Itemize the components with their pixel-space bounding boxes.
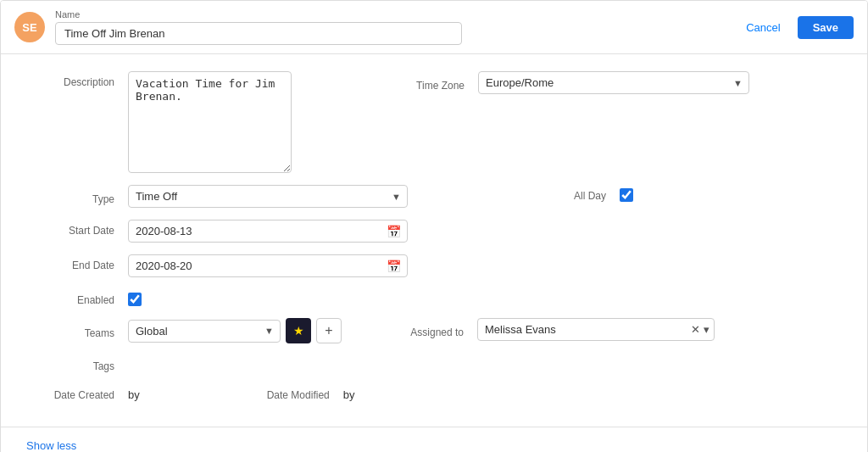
teams-select[interactable]: Global Marketing Engineering Sales: [128, 320, 281, 343]
name-label: Name: [55, 9, 727, 20]
startdate-row: Start Date 📅: [26, 220, 842, 243]
date-created-by: by: [128, 385, 140, 401]
teams-select-wrapper: Global Marketing Engineering Sales ▼: [128, 320, 281, 343]
divider: [1, 427, 867, 427]
timezone-label: Time Zone: [376, 75, 478, 92]
cancel-button[interactable]: Cancel: [737, 16, 788, 39]
startdate-wrapper: 📅: [128, 220, 408, 243]
plus-icon: +: [325, 323, 332, 338]
description-input[interactable]: Vacation Time for Jim <span class="under…: [128, 71, 292, 173]
assigned-dropdown-icon[interactable]: ▾: [704, 323, 709, 336]
tags-row: Tags: [26, 355, 842, 372]
type-select-wrapper: Time Off Sick Leave Holiday Other ▼: [128, 185, 408, 208]
name-section: Name: [55, 9, 727, 45]
enabled-label: Enabled: [26, 289, 128, 306]
form-body: Description Vacation Time for Jim <span …: [1, 54, 867, 421]
show-less-link[interactable]: Show less: [1, 432, 102, 452]
startdate-label: Start Date: [26, 220, 128, 237]
allday-checkbox-wrapper: [620, 185, 633, 202]
startdate-input[interactable]: [128, 220, 408, 243]
teams-plus-button[interactable]: +: [316, 318, 342, 343]
star-icon: ★: [293, 324, 304, 338]
date-created-label: Date Created: [26, 384, 128, 401]
timezone-select[interactable]: Europe/Rome UTC America/New_York America…: [478, 71, 749, 94]
description-label: Description: [26, 71, 128, 88]
teams-section: Teams Global Marketing Engineering Sales…: [26, 318, 342, 343]
teams-controls: Global Marketing Engineering Sales ▼ ★ +: [128, 318, 342, 343]
allday-label: All Day: [518, 185, 620, 202]
assigned-wrapper: ✕ ▾: [477, 318, 715, 341]
header-actions: Cancel Save: [737, 16, 854, 39]
enabled-checkbox[interactable]: [128, 293, 142, 306]
enddate-label: End Date: [26, 254, 128, 271]
assigned-label: Assigned to: [376, 321, 477, 338]
date-created-section: Date Created by: [26, 384, 140, 401]
allday-checkbox[interactable]: [620, 188, 633, 202]
date-modified-by: by: [343, 385, 355, 401]
assigned-icons: ✕ ▾: [691, 323, 709, 336]
teams-label: Teams: [26, 322, 128, 339]
teams-assigned-row: Teams Global Marketing Engineering Sales…: [26, 318, 842, 343]
date-modified-section: Date Modified by: [140, 384, 355, 401]
enddate-input[interactable]: [128, 254, 408, 277]
type-section: Type Time Off Sick Leave Holiday Other ▼: [26, 185, 408, 208]
timezone-select-wrapper: Europe/Rome UTC America/New_York America…: [478, 71, 749, 94]
timezone-section: Time Zone Europe/Rome UTC America/New_Yo…: [326, 71, 749, 94]
dates-row: Date Created by Date Modified by: [26, 384, 842, 401]
assigned-input[interactable]: [477, 318, 715, 341]
type-allday-row: Type Time Off Sick Leave Holiday Other ▼…: [26, 185, 842, 208]
type-label: Type: [26, 188, 128, 205]
avatar: SE: [14, 12, 45, 42]
save-button[interactable]: Save: [798, 16, 854, 39]
description-section: Description Vacation Time for Jim <span …: [26, 71, 292, 173]
allday-section: All Day: [408, 185, 633, 202]
enabled-row: Enabled: [26, 289, 842, 306]
assigned-clear-icon[interactable]: ✕: [691, 323, 700, 336]
name-input[interactable]: [55, 22, 462, 45]
tags-label: Tags: [26, 355, 128, 372]
desc-tz-row: Description Vacation Time for Jim <span …: [26, 71, 842, 173]
header: SE Name Cancel Save: [1, 1, 867, 54]
teams-star-button[interactable]: ★: [286, 318, 311, 343]
enddate-row: End Date 📅: [26, 254, 842, 277]
enddate-wrapper: 📅: [128, 254, 408, 277]
main-container: SE Name Cancel Save Description Vacation…: [0, 0, 868, 452]
date-modified-label: Date Modified: [242, 384, 343, 401]
assigned-section: Assigned to ✕ ▾: [342, 318, 715, 341]
type-select[interactable]: Time Off Sick Leave Holiday Other: [128, 185, 408, 208]
enabled-checkbox-wrapper: [128, 289, 142, 306]
